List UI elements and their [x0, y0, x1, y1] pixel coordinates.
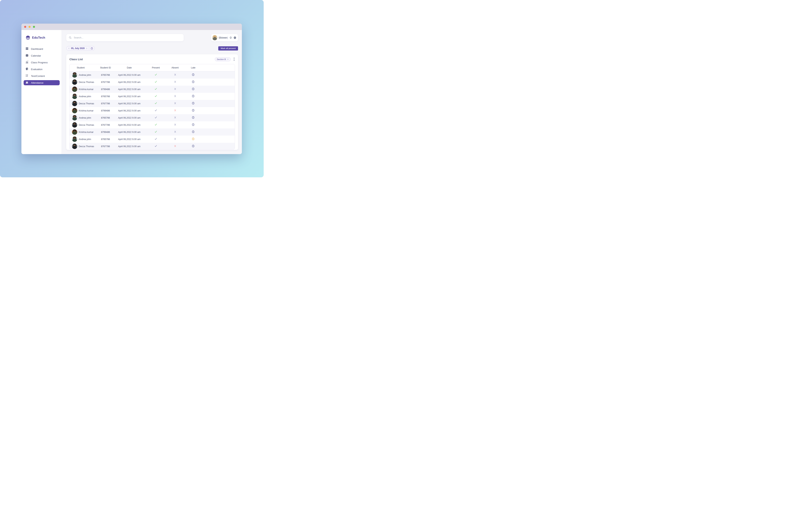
table-row[interactable]: Andrea john 8765766 April 06,2022 9.00 a… [70, 71, 235, 78]
present-cell[interactable] [143, 137, 169, 141]
student-name: Krishna kumar [79, 110, 94, 112]
chevron-right-icon[interactable] [86, 48, 88, 49]
late-clock-icon[interactable] [192, 73, 195, 76]
table-row[interactable]: Decca Thomas 8767786 April 06,2022 9.00 … [70, 100, 235, 107]
sidebar-item-label: Calendar [31, 54, 41, 57]
present-check-icon[interactable] [154, 88, 157, 90]
present-check-icon[interactable] [154, 145, 157, 148]
kebab-menu-icon[interactable] [233, 57, 235, 61]
absent-x-icon[interactable] [174, 116, 176, 119]
late-clock-icon[interactable] [192, 123, 195, 126]
section-select[interactable]: Section B [215, 57, 231, 61]
late-cell[interactable] [181, 95, 205, 98]
table-header-row: Student Student ID Date Present Absent L… [70, 64, 235, 71]
late-cell[interactable] [181, 102, 205, 105]
minimize-window-button[interactable] [29, 26, 31, 28]
late-clock-icon[interactable] [192, 102, 195, 105]
present-check-icon[interactable] [154, 123, 157, 126]
absent-cell[interactable] [169, 95, 181, 98]
late-cell[interactable] [181, 130, 205, 134]
late-clock-icon[interactable] [192, 95, 195, 97]
absent-x-icon[interactable] [174, 95, 176, 97]
absent-x-icon[interactable] [174, 73, 176, 76]
absent-x-icon[interactable] [174, 80, 176, 83]
table-row[interactable]: Krishna kumar 8799486 April 06,2022 9.00… [70, 129, 235, 136]
late-clock-icon[interactable] [192, 109, 195, 112]
calendar-picker-icon[interactable] [91, 47, 93, 50]
absent-cell[interactable] [169, 80, 181, 84]
absent-cell[interactable] [169, 73, 181, 76]
absent-x-icon[interactable] [174, 109, 176, 112]
absent-cell[interactable] [169, 116, 181, 119]
late-cell[interactable] [181, 123, 205, 127]
sidebar-item[interactable]: Class Progress [24, 60, 60, 65]
table-row[interactable]: Decca Thomas 8767786 April 06,2022 9.00 … [70, 78, 235, 86]
late-clock-icon[interactable] [192, 137, 195, 140]
chevron-left-icon[interactable] [68, 48, 70, 49]
present-cell[interactable] [143, 102, 169, 105]
table-row[interactable]: Krishna kumar 8799486 April 06,2022 9.00… [70, 86, 235, 93]
absent-x-icon[interactable] [174, 145, 176, 147]
late-clock-icon[interactable] [192, 145, 195, 148]
absent-cell[interactable] [169, 102, 181, 105]
table-row[interactable]: Decca Thomas 8767786 April 06,2022 9.00 … [70, 121, 235, 129]
absent-cell[interactable] [169, 124, 181, 127]
present-check-icon[interactable] [154, 116, 157, 119]
late-cell[interactable] [181, 116, 205, 119]
absent-cell[interactable] [169, 145, 181, 148]
absent-cell[interactable] [169, 138, 181, 141]
late-clock-icon[interactable] [192, 80, 195, 83]
absent-x-icon[interactable] [174, 131, 176, 133]
present-cell[interactable] [143, 123, 169, 127]
sidebar-item[interactable]: Dashboard [24, 46, 60, 52]
late-clock-icon[interactable] [192, 130, 195, 133]
present-cell[interactable] [143, 80, 169, 84]
late-clock-icon[interactable] [192, 88, 195, 90]
present-check-icon[interactable] [154, 137, 157, 140]
settings-gear-icon[interactable] [234, 36, 236, 39]
present-check-icon[interactable] [154, 109, 157, 112]
sidebar-item[interactable]: 17 Calendar [24, 53, 60, 58]
present-check-icon[interactable] [154, 73, 157, 76]
present-cell[interactable] [143, 88, 169, 91]
absent-cell[interactable] [169, 109, 181, 112]
sidebar-item[interactable]: Evaluation [24, 66, 60, 72]
sidebar-item[interactable]: Attendance [24, 80, 60, 85]
present-cell[interactable] [143, 73, 169, 77]
search-input[interactable] [73, 36, 181, 39]
date-picker[interactable]: 05, July 2020 [66, 46, 95, 51]
close-window-button[interactable] [24, 26, 26, 28]
present-check-icon[interactable] [154, 80, 157, 83]
table-row[interactable]: Andrea john 8765766 April 06,2022 9.00 a… [70, 93, 235, 100]
late-cell[interactable] [181, 73, 205, 77]
late-cell[interactable] [181, 137, 205, 141]
late-cell[interactable] [181, 145, 205, 148]
absent-x-icon[interactable] [174, 102, 176, 104]
present-cell[interactable] [143, 130, 169, 134]
table-row[interactable]: Andrea john 8765766 April 06,2022 9.00 a… [70, 114, 235, 121]
absent-x-icon[interactable] [174, 124, 176, 126]
present-check-icon[interactable] [154, 95, 157, 97]
late-clock-icon[interactable] [192, 116, 195, 119]
zoom-window-button[interactable] [33, 26, 35, 28]
table-row[interactable]: Decca Thomas 8767786 April 06,2022 9.00 … [70, 143, 235, 150]
present-cell[interactable] [143, 145, 169, 148]
notifications-bell-icon[interactable] [229, 36, 232, 39]
late-cell[interactable] [181, 109, 205, 112]
absent-x-icon[interactable] [174, 138, 176, 140]
table-row[interactable]: Krishna kumar 8799486 April 06,2022 9.00… [70, 107, 235, 114]
sidebar-item[interactable]: Test/Content [24, 73, 60, 78]
present-cell[interactable] [143, 109, 169, 112]
present-check-icon[interactable] [154, 102, 157, 105]
present-cell[interactable] [143, 116, 169, 119]
table-row[interactable]: Andrea john 8765766 April 06,2022 9.00 a… [70, 136, 235, 143]
present-cell[interactable] [143, 95, 169, 98]
late-cell[interactable] [181, 80, 205, 84]
present-check-icon[interactable] [154, 130, 157, 133]
user-card[interactable]: Shireen [211, 34, 238, 41]
absent-x-icon[interactable] [174, 88, 176, 90]
absent-cell[interactable] [169, 131, 181, 134]
late-cell[interactable] [181, 88, 205, 91]
absent-cell[interactable] [169, 88, 181, 91]
mark-all-present-button[interactable]: Mark all present [218, 46, 238, 51]
